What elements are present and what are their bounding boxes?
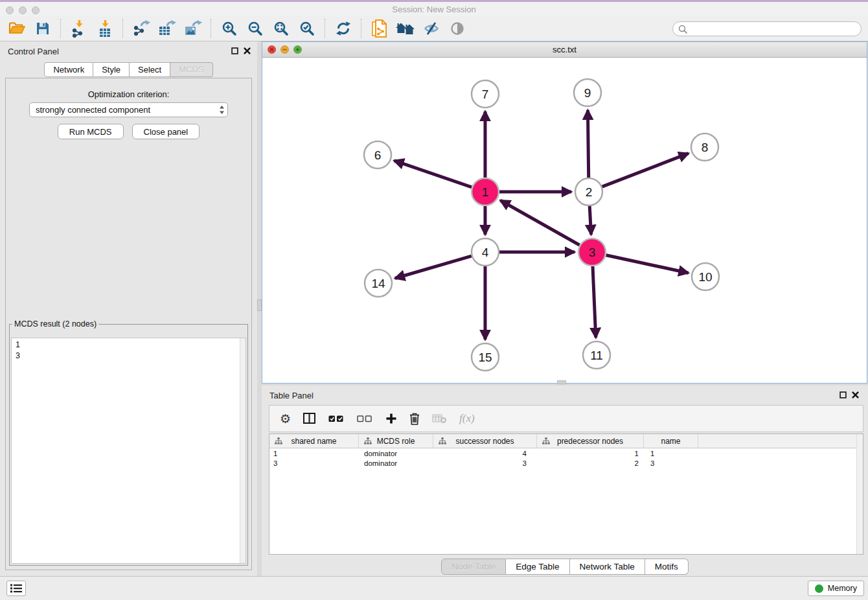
add-icon[interactable] <box>385 413 397 424</box>
svg-text:9: 9 <box>584 86 591 100</box>
node-1[interactable]: 1 <box>472 178 499 205</box>
home-icon[interactable] <box>393 17 418 40</box>
close-panel-icon[interactable] <box>244 47 251 54</box>
export-network-icon[interactable] <box>128 17 154 40</box>
tab-style[interactable]: Style <box>93 62 130 77</box>
tab-edge-table[interactable]: Edge Table <box>506 559 569 575</box>
save-session-icon[interactable] <box>30 17 56 40</box>
table-row[interactable]: 3dominator323 <box>269 459 863 469</box>
criterion-select[interactable]: strongly connected component <box>29 102 228 117</box>
open-session-icon[interactable] <box>4 17 30 40</box>
tab-network[interactable]: Network <box>44 62 93 77</box>
table-panel-tabs: Node TableEdge TableNetwork TableMotifs <box>262 559 868 575</box>
close-panel-icon[interactable] <box>852 391 859 398</box>
node-4[interactable]: 4 <box>472 238 499 266</box>
table-cell: dominator <box>359 459 433 467</box>
column-header-shared-name[interactable]: shared name <box>269 434 359 448</box>
horizontal-splitter-handle[interactable] <box>557 380 566 384</box>
tab-node-table[interactable]: Node Table <box>441 559 506 575</box>
edge-1-6[interactable] <box>394 161 472 187</box>
hide-graphics-icon[interactable] <box>418 17 444 40</box>
edge-3-10[interactable] <box>606 255 689 273</box>
memory-button[interactable]: Memory <box>808 581 864 596</box>
edge-2-3[interactable] <box>589 206 591 235</box>
result-line: 1 <box>12 340 246 351</box>
delete-icon[interactable] <box>409 412 420 425</box>
node-7[interactable]: 7 <box>472 80 499 108</box>
node-14[interactable]: 14 <box>365 270 392 297</box>
svg-text:7: 7 <box>482 87 489 101</box>
edge-4-14[interactable] <box>395 256 472 278</box>
toolbar-separator <box>361 19 362 38</box>
table-cell: 3 <box>644 459 698 467</box>
edge-3-1[interactable] <box>501 200 580 245</box>
import-table-icon[interactable] <box>92 17 118 40</box>
node-15[interactable]: 15 <box>472 343 499 371</box>
tab-select[interactable]: Select <box>130 62 170 77</box>
network-window-titlebar[interactable]: scc.txt <box>262 42 867 58</box>
new-network-icon[interactable] <box>367 17 393 40</box>
zoom-out-icon[interactable] <box>242 17 268 40</box>
task-history-button[interactable] <box>6 581 26 596</box>
node-9[interactable]: 9 <box>574 79 601 106</box>
refresh-icon[interactable] <box>330 17 356 40</box>
vertical-splitter-handle[interactable] <box>257 299 262 311</box>
node-3[interactable]: 3 <box>578 238 606 266</box>
node-2[interactable]: 2 <box>575 178 602 205</box>
table-scrollbar[interactable] <box>856 434 863 554</box>
mcds-result-group: MCDS result (2 nodes) 13 <box>9 319 248 566</box>
zoom-fit-icon[interactable] <box>268 17 294 40</box>
edge-2-8[interactable] <box>602 154 689 187</box>
table-body: 1dominator4113dominator323 <box>269 448 863 468</box>
window-titlebar: Session: New Session <box>0 0 868 17</box>
mcds-result-lines: 13 <box>12 338 246 362</box>
columns-icon[interactable] <box>303 413 316 424</box>
table-row[interactable]: 1dominator411 <box>269 448 863 459</box>
hierarchy-icon <box>364 437 372 444</box>
zoom-selected-icon[interactable] <box>294 17 320 40</box>
float-panel-icon[interactable] <box>839 391 847 398</box>
node-10[interactable]: 10 <box>692 263 719 290</box>
toolbar-separator <box>211 19 212 38</box>
mcds-result-title: MCDS result (2 nodes) <box>12 319 98 329</box>
import-network-icon[interactable] <box>66 17 92 40</box>
svg-text:11: 11 <box>590 349 603 362</box>
search-field[interactable] <box>672 21 862 36</box>
float-panel-icon[interactable] <box>231 47 238 54</box>
tab-network-table[interactable]: Network Table <box>570 559 645 575</box>
deselect-all-icon[interactable] <box>357 414 373 423</box>
hierarchy-icon <box>275 437 282 444</box>
table-header-row: shared nameMCDS rolesuccessor nodesprede… <box>269 434 863 448</box>
select-stepper-icon <box>216 105 227 115</box>
table-panel: Table Panel ⚙ <box>262 386 868 577</box>
close-panel-button[interactable]: Close panel <box>132 124 200 139</box>
column-header-predecessor-nodes[interactable]: predecessor nodes <box>537 434 644 448</box>
node-8[interactable]: 8 <box>691 133 718 161</box>
hierarchy-icon <box>439 437 446 444</box>
svg-text:14: 14 <box>371 277 385 290</box>
run-mcds-button[interactable]: Run MCDS <box>58 124 124 139</box>
table-cell: dominator <box>359 450 433 457</box>
column-header-name[interactable]: name <box>644 434 698 448</box>
node-11[interactable]: 11 <box>583 341 610 369</box>
edge-3-11[interactable] <box>593 266 596 338</box>
destroy-table-icon <box>432 413 447 424</box>
edge-2-9[interactable] <box>588 110 588 178</box>
search-input[interactable] <box>687 24 852 34</box>
tab-motifs[interactable]: Motifs <box>645 559 689 575</box>
tab-mcds[interactable]: MCDS <box>170 62 212 77</box>
export-table-icon[interactable] <box>154 17 180 40</box>
result-scrollbar[interactable] <box>240 338 246 563</box>
node-table: shared nameMCDS rolesuccessor nodesprede… <box>269 433 863 555</box>
gear-icon[interactable]: ⚙ <box>280 413 291 425</box>
network-canvas[interactable]: 1234678910111415 <box>262 57 867 384</box>
mcds-result-list[interactable]: 13 <box>11 338 246 564</box>
export-image-icon[interactable] <box>180 17 206 40</box>
select-all-icon[interactable] <box>328 414 345 423</box>
zoom-in-icon[interactable] <box>216 17 242 40</box>
column-header-successor-nodes[interactable]: successor nodes <box>433 434 537 448</box>
column-header-mcds-role[interactable]: MCDS role <box>359 434 433 448</box>
node-6[interactable]: 6 <box>364 141 391 168</box>
show-graphics-icon[interactable] <box>444 17 470 40</box>
hierarchy-icon <box>542 437 550 444</box>
